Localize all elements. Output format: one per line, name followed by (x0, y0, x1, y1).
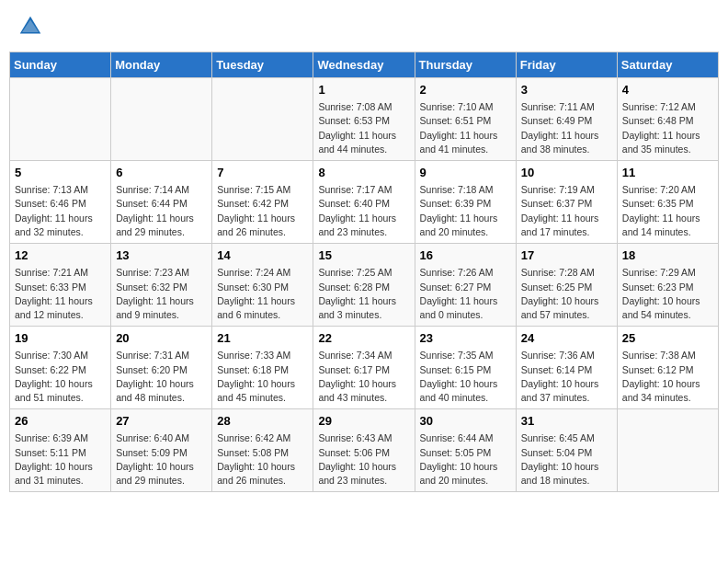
calendar-cell: 9Sunrise: 7:18 AMSunset: 6:39 PMDaylight… (415, 161, 516, 244)
calendar-cell (212, 78, 313, 161)
day-info: Sunrise: 7:15 AMSunset: 6:42 PMDaylight:… (217, 183, 308, 239)
calendar-cell: 10Sunrise: 7:19 AMSunset: 6:37 PMDayligh… (516, 161, 617, 244)
calendar-cell (617, 409, 718, 492)
calendar-week-row: 5Sunrise: 7:13 AMSunset: 6:46 PMDaylight… (10, 161, 719, 244)
logo-icon (17, 13, 44, 40)
calendar-cell: 24Sunrise: 7:36 AMSunset: 6:14 PMDayligh… (516, 327, 617, 409)
calendar-header-row: SundayMondayTuesdayWednesdayThursdayFrid… (10, 52, 719, 78)
day-info: Sunrise: 7:12 AMSunset: 6:48 PMDaylight:… (622, 100, 713, 156)
calendar-week-row: 19Sunrise: 7:30 AMSunset: 6:22 PMDayligh… (10, 327, 719, 409)
day-number: 9 (420, 165, 511, 181)
day-number: 16 (420, 247, 511, 264)
day-number: 27 (116, 413, 207, 430)
calendar-cell: 5Sunrise: 7:13 AMSunset: 6:46 PMDaylight… (10, 161, 111, 244)
calendar-cell: 27Sunrise: 6:40 AMSunset: 5:09 PMDayligh… (111, 409, 212, 492)
day-number: 3 (521, 82, 612, 98)
day-info: Sunrise: 7:08 AMSunset: 6:53 PMDaylight:… (318, 100, 409, 156)
header-wednesday: Wednesday (313, 52, 415, 78)
day-number: 24 (521, 330, 612, 347)
calendar-cell: 3Sunrise: 7:11 AMSunset: 6:49 PMDaylight… (516, 78, 617, 161)
calendar-cell: 28Sunrise: 6:42 AMSunset: 5:08 PMDayligh… (212, 409, 313, 492)
day-info: Sunrise: 6:43 AMSunset: 5:06 PMDaylight:… (318, 431, 409, 488)
calendar-cell: 21Sunrise: 7:33 AMSunset: 6:18 PMDayligh… (212, 327, 313, 409)
day-info: Sunrise: 7:20 AMSunset: 6:35 PMDaylight:… (622, 183, 713, 239)
day-number: 26 (15, 413, 106, 430)
calendar-cell: 22Sunrise: 7:34 AMSunset: 6:17 PMDayligh… (313, 327, 415, 409)
day-number: 11 (622, 165, 713, 181)
day-number: 22 (318, 330, 409, 347)
day-number: 19 (15, 330, 106, 347)
calendar-cell: 16Sunrise: 7:26 AMSunset: 6:27 PMDayligh… (415, 244, 516, 327)
day-number: 2 (420, 82, 511, 98)
calendar-week-row: 26Sunrise: 6:39 AMSunset: 5:11 PMDayligh… (10, 409, 719, 492)
header-monday: Monday (111, 52, 212, 78)
day-number: 31 (521, 413, 612, 430)
calendar-week-row: 1Sunrise: 7:08 AMSunset: 6:53 PMDaylight… (10, 78, 719, 161)
day-info: Sunrise: 7:14 AMSunset: 6:44 PMDaylight:… (116, 183, 207, 239)
day-info: Sunrise: 7:29 AMSunset: 6:23 PMDaylight:… (622, 266, 713, 322)
calendar-cell: 15Sunrise: 7:25 AMSunset: 6:28 PMDayligh… (313, 244, 415, 327)
day-info: Sunrise: 7:38 AMSunset: 6:12 PMDaylight:… (622, 349, 713, 405)
calendar-cell: 25Sunrise: 7:38 AMSunset: 6:12 PMDayligh… (617, 327, 718, 409)
calendar-cell: 6Sunrise: 7:14 AMSunset: 6:44 PMDaylight… (111, 161, 212, 244)
day-number: 18 (622, 247, 713, 264)
day-info: Sunrise: 7:10 AMSunset: 6:51 PMDaylight:… (420, 100, 511, 156)
day-number: 23 (420, 330, 511, 347)
day-number: 13 (116, 247, 207, 264)
day-info: Sunrise: 6:42 AMSunset: 5:08 PMDaylight:… (217, 431, 308, 488)
calendar-cell: 29Sunrise: 6:43 AMSunset: 5:06 PMDayligh… (313, 409, 415, 492)
day-number: 8 (318, 165, 409, 181)
calendar-cell: 19Sunrise: 7:30 AMSunset: 6:22 PMDayligh… (10, 327, 111, 409)
day-number: 12 (15, 247, 106, 264)
day-number: 21 (217, 330, 308, 347)
day-number: 1 (318, 82, 409, 98)
day-number: 5 (15, 165, 106, 181)
day-number: 14 (217, 247, 308, 264)
day-info: Sunrise: 6:45 AMSunset: 5:04 PMDaylight:… (521, 431, 612, 488)
calendar-cell: 1Sunrise: 7:08 AMSunset: 6:53 PMDaylight… (313, 78, 415, 161)
day-info: Sunrise: 7:23 AMSunset: 6:32 PMDaylight:… (116, 266, 207, 322)
page-header (9, 9, 719, 44)
calendar-cell: 20Sunrise: 7:31 AMSunset: 6:20 PMDayligh… (111, 327, 212, 409)
day-info: Sunrise: 7:26 AMSunset: 6:27 PMDaylight:… (420, 266, 511, 322)
day-info: Sunrise: 7:19 AMSunset: 6:37 PMDaylight:… (521, 183, 612, 239)
header-tuesday: Tuesday (212, 52, 313, 78)
calendar-cell: 12Sunrise: 7:21 AMSunset: 6:33 PMDayligh… (10, 244, 111, 327)
day-info: Sunrise: 7:17 AMSunset: 6:40 PMDaylight:… (318, 183, 409, 239)
day-info: Sunrise: 7:34 AMSunset: 6:17 PMDaylight:… (318, 349, 409, 405)
day-number: 15 (318, 247, 409, 264)
day-number: 10 (521, 165, 612, 181)
day-info: Sunrise: 6:44 AMSunset: 5:05 PMDaylight:… (420, 431, 511, 488)
calendar-cell: 8Sunrise: 7:17 AMSunset: 6:40 PMDaylight… (313, 161, 415, 244)
day-number: 28 (217, 413, 308, 430)
header-friday: Friday (516, 52, 617, 78)
day-info: Sunrise: 7:24 AMSunset: 6:30 PMDaylight:… (217, 266, 308, 322)
calendar-cell: 23Sunrise: 7:35 AMSunset: 6:15 PMDayligh… (415, 327, 516, 409)
day-number: 7 (217, 165, 308, 181)
header-saturday: Saturday (617, 52, 718, 78)
calendar-cell: 26Sunrise: 6:39 AMSunset: 5:11 PMDayligh… (10, 409, 111, 492)
calendar-cell: 11Sunrise: 7:20 AMSunset: 6:35 PMDayligh… (617, 161, 718, 244)
day-number: 17 (521, 247, 612, 264)
day-info: Sunrise: 6:39 AMSunset: 5:11 PMDaylight:… (15, 431, 106, 488)
day-info: Sunrise: 7:25 AMSunset: 6:28 PMDaylight:… (318, 266, 409, 322)
calendar-cell: 17Sunrise: 7:28 AMSunset: 6:25 PMDayligh… (516, 244, 617, 327)
day-info: Sunrise: 7:21 AMSunset: 6:33 PMDaylight:… (15, 266, 106, 322)
calendar-cell: 2Sunrise: 7:10 AMSunset: 6:51 PMDaylight… (415, 78, 516, 161)
calendar-week-row: 12Sunrise: 7:21 AMSunset: 6:33 PMDayligh… (10, 244, 719, 327)
day-info: Sunrise: 7:18 AMSunset: 6:39 PMDaylight:… (420, 183, 511, 239)
day-info: Sunrise: 7:30 AMSunset: 6:22 PMDaylight:… (15, 349, 106, 405)
day-info: Sunrise: 7:11 AMSunset: 6:49 PMDaylight:… (521, 100, 612, 156)
logo (17, 13, 46, 40)
calendar-table: SundayMondayTuesdayWednesdayThursdayFrid… (9, 52, 719, 492)
calendar-cell: 14Sunrise: 7:24 AMSunset: 6:30 PMDayligh… (212, 244, 313, 327)
day-number: 20 (116, 330, 207, 347)
calendar-cell (111, 78, 212, 161)
day-info: Sunrise: 7:33 AMSunset: 6:18 PMDaylight:… (217, 349, 308, 405)
day-info: Sunrise: 7:35 AMSunset: 6:15 PMDaylight:… (420, 349, 511, 405)
day-number: 25 (622, 330, 713, 347)
day-info: Sunrise: 7:36 AMSunset: 6:14 PMDaylight:… (521, 349, 612, 405)
day-number: 30 (420, 413, 511, 430)
day-number: 6 (116, 165, 207, 181)
header-thursday: Thursday (415, 52, 516, 78)
